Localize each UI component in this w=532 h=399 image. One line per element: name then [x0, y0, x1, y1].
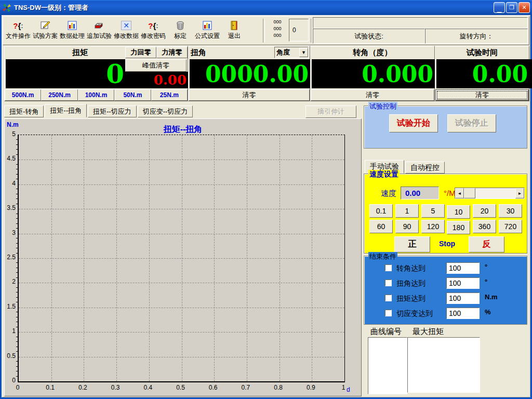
test-time-clear-button[interactable]: 清零 [435, 89, 529, 101]
rotation-value-display: 0.000 [312, 59, 438, 88]
toolbar-formula-settings-button[interactable]: 公式设置 [194, 19, 221, 43]
rotation-panel: 转角（度） 0.000 清零 [310, 46, 435, 101]
y-minor-tick [16, 341, 18, 342]
test-time-header: 试验时间 [435, 46, 529, 59]
preset-90-button[interactable]: 90 [395, 220, 419, 233]
x-gridline [312, 135, 312, 381]
y-minor-tick [16, 164, 18, 165]
scroll-left-arrow-icon[interactable]: ◄ [455, 188, 464, 198]
speed-scrollbar[interactable]: ◄ ► [455, 188, 525, 199]
chart-tabbar: 扭矩-转角 扭矩--扭角 扭矩--切应力 切应变--切应力 [4, 104, 193, 117]
maximize-button[interactable]: ❐ [506, 2, 517, 13]
twist-reached-input[interactable]: 100 [446, 277, 480, 289]
y-minor-tick [16, 371, 18, 371]
angle-unit-value: 角度 [275, 48, 299, 57]
preset-360-button[interactable]: 360 [473, 220, 496, 233]
torque-header: 扭矩 力回零 力清零 [5, 46, 188, 59]
y-tick-label: 4.5 [5, 155, 16, 162]
y-minor-tick [16, 351, 18, 352]
range-250-button[interactable]: 250N.m [41, 89, 77, 101]
toolbar-file-ops-button[interactable]: ?{: 文件操作 [5, 19, 32, 43]
tab-torque-shear-stress[interactable]: 扭矩--切应力 [88, 105, 137, 117]
scroll-right-arrow-icon[interactable]: ► [515, 188, 524, 198]
tab-auto-program[interactable]: 自动程控 [405, 162, 445, 174]
books-icon [94, 20, 105, 31]
rotation-reached-input[interactable]: 100 [446, 262, 480, 274]
y-minor-tick [16, 347, 18, 347]
y-minor-tick [16, 376, 18, 377]
preset-180-button[interactable]: 180 [447, 221, 470, 234]
condition-row: 扭矩达到 100 N.m [364, 292, 527, 304]
end-conditions-group: 结束条件 转角达到 100 ° 扭角达到 100 ° 扭矩达到 100 N.m [364, 256, 527, 325]
twist-angle-clear-button[interactable]: 清零 [189, 89, 310, 101]
torque-reached-checkbox[interactable] [385, 295, 392, 301]
drum-icon [175, 20, 185, 31]
preset-10-button[interactable]: 10 [447, 205, 470, 219]
speed-settings-group: 速度设置 速度 0.00 °/Min ◄ ► 0.1 1 5 10 20 30 … [364, 174, 527, 254]
max-torque-list[interactable] [407, 337, 480, 393]
preset-120-button[interactable]: 120 [421, 220, 445, 233]
y-minor-tick [16, 198, 18, 199]
angle-unit-select[interactable]: 角度 ▼ [274, 47, 309, 58]
condition-label: 扭角达到 [396, 279, 425, 288]
y-minor-tick [16, 248, 18, 248]
y-tick-label: 0 [5, 377, 16, 384]
toolbar-calibration-button[interactable]: 标定 [167, 19, 194, 43]
preset-20-button[interactable]: 20 [473, 204, 496, 218]
preset-0_1-button[interactable]: 0.1 [369, 204, 393, 218]
y-tick-label: 3 [5, 229, 16, 236]
rotation-direction-field: 旋转方向： [425, 29, 528, 44]
close-button[interactable]: ✕ [518, 2, 530, 13]
preset-5-button[interactable]: 5 [421, 204, 445, 218]
range-50-button[interactable]: 50N.m [114, 89, 151, 101]
shear-strain-reached-input[interactable]: 100 [446, 308, 480, 319]
toolbar-append-test-button[interactable]: 追加试验 [86, 19, 113, 43]
y-minor-tick [16, 262, 18, 263]
toolbar-modify-data-button[interactable]: ✕ 修改数据 [113, 19, 140, 43]
condition-label: 切应变达到 [396, 309, 433, 318]
twist-reached-checkbox[interactable] [385, 280, 392, 286]
jog-reverse-button[interactable]: 反 [469, 236, 504, 252]
peak-clear-button[interactable]: 峰值清零 [125, 59, 187, 72]
shear-strain-reached-checkbox[interactable] [385, 310, 392, 316]
minimize-button[interactable]: ▁ [494, 2, 505, 13]
toolbar: ?{: 文件操作 试验方案 数据处理 [3, 16, 529, 45]
toolbar-data-processing-button[interactable]: 数据处理 [59, 19, 86, 43]
scrollbar-track[interactable] [475, 188, 515, 198]
preset-720-button[interactable]: 720 [499, 220, 522, 233]
chevron-down-icon[interactable]: ▼ [299, 48, 308, 57]
twist-angle-value-display: 0000.00 [190, 59, 312, 88]
rotation-reached-checkbox[interactable] [385, 264, 392, 271]
tab-torque-twist[interactable]: 扭矩--扭角 [45, 104, 87, 117]
rotation-title: 转角（度） [353, 48, 392, 58]
app-window: TNS-DW一级别：管理者 ▁ ❐ ✕ ?{: 文件操作 试验方案 [0, 0, 532, 399]
y-minor-tick [16, 238, 18, 238]
preset-30-button[interactable]: 30 [499, 204, 522, 218]
torque-title: 扭矩 [72, 48, 88, 58]
range-100-button[interactable]: 100N.m [78, 89, 114, 101]
range-500-button[interactable]: 500N.m [5, 89, 41, 101]
curve-number-list[interactable] [368, 337, 407, 394]
preset-1-button[interactable]: 1 [395, 204, 419, 218]
test-stop-button[interactable]: 试验停止 [447, 114, 496, 132]
force-clear-button[interactable]: 力清零 [156, 47, 188, 58]
toolbar-change-password-button[interactable]: ?{: 修改密码 [140, 19, 167, 43]
range-25-button[interactable]: 25N.m [151, 89, 188, 101]
preset-60-button[interactable]: 60 [369, 220, 393, 233]
scrollbar-thumb[interactable] [464, 188, 475, 198]
torque-reached-input[interactable]: 100 [446, 292, 480, 304]
tab-torque-rotation[interactable]: 扭矩-转角 [4, 105, 44, 117]
y-minor-tick [16, 204, 18, 204]
remove-extensometer-button[interactable]: 摘引伸计 [305, 105, 356, 118]
twist-angle-header: 扭角 角度 ▼ [189, 46, 310, 59]
toolbar-exit-button[interactable]: 退出 [221, 19, 248, 43]
tab-shear-strain-stress[interactable]: 切应变--切应力 [138, 105, 193, 117]
speed-input[interactable]: 0.00 [401, 187, 439, 200]
counter-line: 000 [268, 25, 287, 32]
speed-settings-group-title: 速度设置 [368, 170, 400, 179]
jog-forward-button[interactable]: 正 [394, 236, 430, 252]
test-start-button[interactable]: 试验开始 [389, 114, 438, 132]
rotation-clear-button[interactable]: 清零 [311, 89, 434, 101]
toolbar-test-plan-button[interactable]: 试验方案 [32, 19, 59, 43]
force-zero-button[interactable]: 力回零 [125, 47, 156, 58]
